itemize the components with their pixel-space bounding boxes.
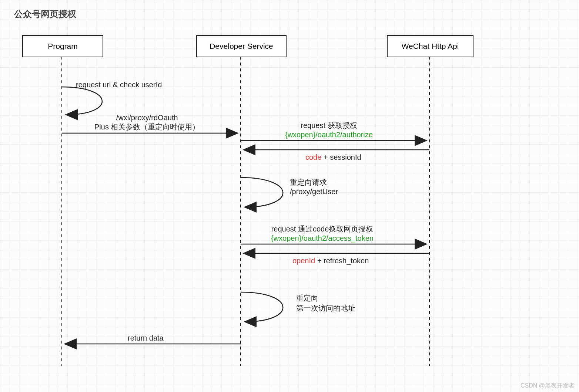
label-m5: openId + refresh_token xyxy=(292,257,369,265)
watermark: CSDN @黑夜开发者 xyxy=(521,382,575,390)
label-self3: 重定向 第一次访问的地址 xyxy=(296,293,355,313)
label-m6: return data xyxy=(128,334,164,342)
label-self1: request url & check userId xyxy=(76,81,162,89)
sequence-svg xyxy=(0,0,579,392)
label-self2: 重定向请求 /proxy/getUser xyxy=(290,178,338,196)
label-m3: code + sessionId xyxy=(305,153,361,162)
label-m2: request 获取授权 {wxopen}/oauth2/authorize xyxy=(285,121,373,139)
label-m4: request 通过code换取网页授权 {wxopen}/oauth2/acc… xyxy=(271,224,374,243)
label-m1: /wxi/proxy/rdOauth Plus 相关参数（重定向时使用） xyxy=(94,114,200,132)
